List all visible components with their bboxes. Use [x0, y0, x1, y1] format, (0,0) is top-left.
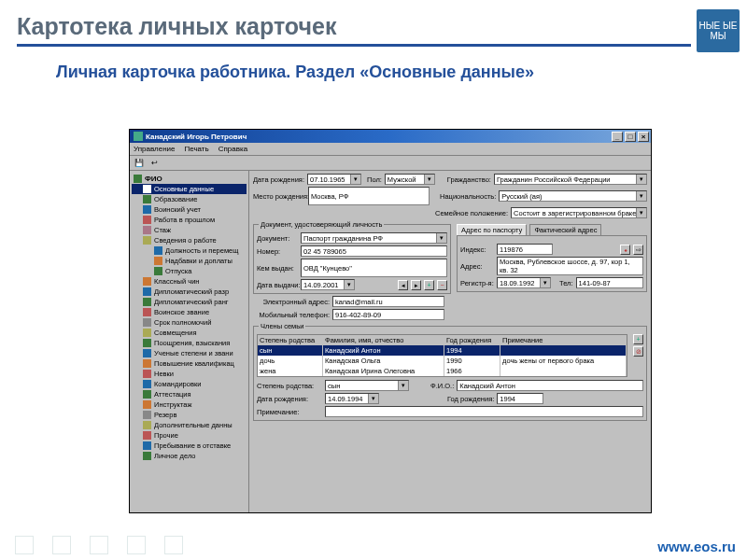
tree-item[interactable]: Срок полномочий [132, 317, 247, 328]
exit-icon[interactable]: ↩ [148, 157, 161, 170]
number-label: Номер: [257, 247, 298, 256]
tree-icon [143, 216, 151, 224]
email-input[interactable]: kanad@mail.ru [332, 296, 444, 307]
tree-item[interactable]: Поощрения, взыскания [132, 338, 247, 348]
tree-item[interactable]: Отпуска [132, 266, 247, 276]
table-row[interactable]: дочьКанадская Ольга1990дочь жены от перв… [258, 356, 627, 366]
tree-item[interactable]: Дипломатический ранг [132, 297, 247, 307]
table-cell: жена [258, 366, 323, 376]
doc-select[interactable]: Паспорт гражданина РФ [301, 232, 447, 244]
slide-rule [17, 44, 691, 47]
tree-item[interactable]: Инструктаж [132, 399, 247, 410]
tree-item[interactable]: Должность и перемещ [132, 245, 247, 256]
tree-item-label: Срок полномочий [154, 318, 211, 327]
detail-rel-select[interactable]: сын [325, 380, 409, 391]
citizenship-select[interactable]: Гражданин Российской Федерации [494, 174, 647, 185]
tree-icon [143, 380, 151, 388]
reg-input[interactable]: 18.09.1992 [497, 277, 551, 288]
addr-input[interactable]: Москва, Рублевское шоссе, д. 97, кор 1, … [497, 257, 643, 275]
menu-print[interactable]: Печать [184, 145, 208, 153]
slide-subtitle: Личная карточка работника. Раздел «Основ… [0, 52, 747, 91]
tree-root[interactable]: ФИО [132, 174, 247, 184]
detail-note-input[interactable] [325, 406, 643, 417]
tree-item-label: Дипломатический разр [154, 287, 229, 296]
tree-item[interactable]: Ученые степени и звани [132, 348, 247, 358]
menu-manage[interactable]: Управление [134, 145, 175, 153]
issue-date-input[interactable]: 14.09.2001 [301, 279, 355, 290]
detail-bd-label: Дата рождения: [257, 395, 322, 403]
address-action-2[interactable]: ⇨ [633, 245, 643, 255]
tree-item[interactable]: Невки [132, 369, 247, 379]
number-input[interactable]: 02 45 789065 [301, 245, 447, 257]
address-action-1[interactable]: ⬥ [620, 245, 630, 255]
nav-prev-button[interactable]: ◂ [398, 280, 408, 290]
sex-select[interactable]: Мужской [385, 174, 435, 185]
table-cell: 1990 [444, 356, 500, 366]
tree-item[interactable]: Командировки [132, 379, 247, 389]
marital-select[interactable]: Состоит в зарегистрированном браке [511, 207, 647, 218]
tab-passport-address[interactable]: Адрес по паспорту [457, 224, 527, 235]
tree-icon [143, 359, 151, 368]
issued-by-input[interactable]: ОВД "Кунцево" [301, 259, 447, 277]
save-icon[interactable]: 💾 [133, 157, 146, 170]
table-cell: Канадская Ирина Олеговна [323, 366, 444, 376]
family-remove-button[interactable]: ⊘ [633, 346, 643, 357]
footer-url: www.eos.ru [657, 539, 736, 554]
table-row[interactable]: женаКанадская Ирина Олеговна1966 [258, 366, 627, 376]
add-button[interactable]: + [424, 280, 434, 290]
tree-item[interactable]: Прочие [132, 430, 247, 441]
tree-item-label: Воинское звание [154, 308, 209, 316]
tree-item[interactable]: Дипломатический разр [132, 287, 247, 297]
nav-next-button[interactable]: ▸ [411, 280, 421, 290]
tree-item-label: Дополнительные данны [154, 421, 233, 429]
maximize-button[interactable]: □ [625, 132, 636, 142]
tree-item-label: Работа в прошлом [154, 216, 215, 224]
tree-item-label: Отпуска [165, 267, 191, 275]
close-button[interactable]: × [638, 132, 649, 142]
tree-item[interactable]: Повышение квалификац [132, 358, 247, 369]
tree-icon [154, 267, 162, 275]
tree-item-label: Должность и перемещ [165, 246, 238, 255]
index-input[interactable]: 119876 [497, 244, 553, 255]
nav-tree[interactable]: ФИО Основные данныеОбразованиеВоинский у… [130, 171, 249, 512]
tree-item[interactable]: Дополнительные данны [132, 420, 247, 430]
nationality-select[interactable]: Русский (ая) [499, 190, 647, 202]
tel-input[interactable]: 141-09-87 [576, 277, 643, 288]
tab-actual-address[interactable]: Фактический адрес [529, 224, 601, 235]
tree-item[interactable]: Работа в прошлом [132, 215, 247, 225]
family-add-button[interactable]: + [633, 334, 643, 344]
table-row[interactable]: сынКанадский Антон1994 [258, 345, 627, 356]
menu-help[interactable]: Справка [218, 145, 247, 153]
tree-item[interactable]: Надбавки и доплаты [132, 256, 247, 266]
birth-place-input[interactable]: Москва, РФ [308, 187, 430, 205]
titlebar[interactable]: Канадский Игорь Петрович _ □ × [130, 130, 651, 143]
tree-icon [143, 441, 151, 450]
address-tabs: Адрес по паспорту Фактический адрес [457, 224, 647, 235]
delete-button[interactable]: − [437, 280, 447, 290]
detail-fio-input[interactable]: Канадский Антон [457, 380, 643, 391]
footer-icon [164, 536, 183, 554]
tree-item[interactable]: Личное дело [132, 451, 247, 461]
nationality-label: Национальность: [440, 192, 496, 201]
tree-item[interactable]: Основные данные [132, 184, 247, 194]
tree-item[interactable]: Классный чин [132, 276, 247, 287]
detail-year-input[interactable]: 1994 [497, 393, 543, 404]
detail-bd-input[interactable]: 14.09.1994 [325, 393, 379, 404]
tree-item[interactable]: Совмещения [132, 328, 247, 338]
tree-item[interactable]: Сведения о работе [132, 235, 247, 245]
tree-item[interactable]: Резерв [132, 410, 247, 420]
birth-date-input[interactable]: 07.10.1965 [307, 174, 361, 185]
tree-item[interactable]: Стаж [132, 225, 247, 235]
tree-item[interactable]: Образование [132, 194, 247, 204]
footer-icon [52, 536, 71, 554]
tree-item[interactable]: Пребывание в отставке [132, 441, 247, 451]
mobile-input[interactable]: 916-402-89-09 [332, 309, 444, 320]
tree-item[interactable]: Аттестация [132, 389, 247, 399]
family-table[interactable]: Степень родства Фамилия, имя, отчество Г… [257, 334, 627, 377]
tree-item-label: Основные данные [154, 185, 214, 193]
tree-item[interactable]: Воинское звание [132, 307, 247, 317]
tree-item[interactable]: Воинский учет [132, 204, 247, 215]
table-cell [500, 366, 627, 376]
minimize-button[interactable]: _ [612, 132, 623, 142]
birth-place-label: Место рождения: [253, 192, 305, 201]
